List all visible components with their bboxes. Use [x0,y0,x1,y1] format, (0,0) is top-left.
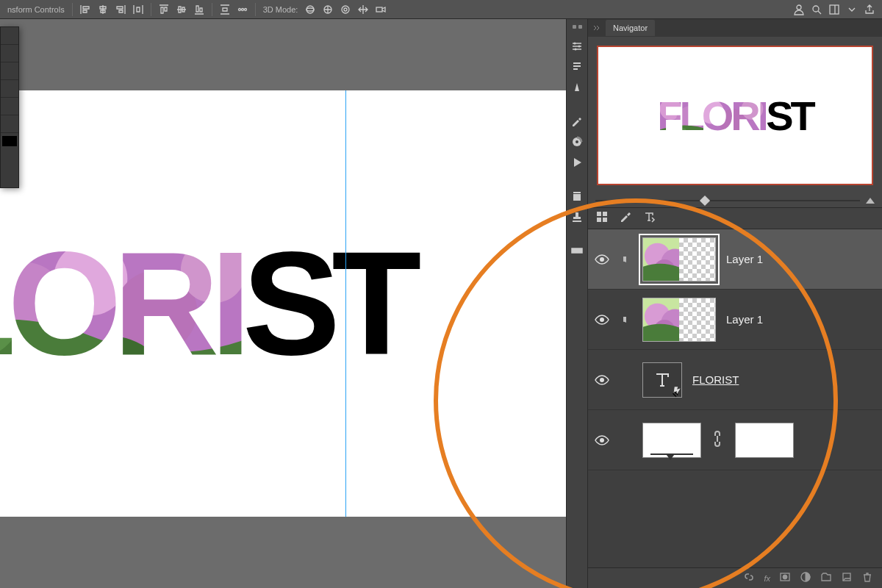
3d-roll-icon[interactable] [337,1,354,18]
navigator-tab[interactable]: Navigator [606,20,655,36]
options-bar: nsform Controls 3D Mode: [0,0,882,19]
zoom-in-icon[interactable] [866,198,875,204]
3d-orbit-icon[interactable] [302,1,318,18]
ruler-icon[interactable] [567,241,587,260]
visibility-icon[interactable] [594,251,610,268]
svg-rect-18 [573,192,581,193]
layout-icon[interactable] [826,1,842,18]
zoom-slider-knob[interactable] [700,196,710,206]
navigator-tab-bar: Navigator [588,19,882,37]
play-icon[interactable] [567,153,587,172]
svg-rect-21 [603,212,607,216]
navigator-thumbnail[interactable]: FLORIST [597,46,873,185]
svg-rect-23 [603,218,607,222]
svg-rect-20 [597,212,601,216]
visibility-icon[interactable] [594,432,610,448]
transform-controls-label: nsform Controls [4,5,68,14]
vertical-guide[interactable] [345,90,346,517]
svg-rect-11 [830,5,839,14]
clip-indicator-icon [620,315,632,325]
layer-mask-thumbnail[interactable] [735,423,794,458]
canvas-area[interactable]: LORIST [0,19,566,588]
svg-point-9 [797,5,801,10]
swatches-icon[interactable] [567,132,587,151]
svg-rect-8 [376,7,382,12]
floating-tool-palette[interactable] [0,26,19,188]
navigator-zoom-bar [588,194,882,207]
svg-rect-22 [597,218,601,222]
group-icon[interactable] [820,571,832,586]
search-icon[interactable] [808,1,825,18]
link-icon[interactable] [711,429,725,451]
character-icon[interactable] [567,78,587,97]
svg-point-7 [344,8,347,11]
layers-toolbar [588,207,882,229]
visibility-icon[interactable] [594,312,610,328]
layer-thumbnail[interactable] [642,298,716,342]
paragraph-icon[interactable] [567,57,587,76]
align-top-icon[interactable] [156,1,172,18]
grid-icon[interactable] [595,210,609,226]
user-icon[interactable] [791,1,807,18]
text-layer-thumbnail[interactable] [642,362,682,398]
new-layer-icon[interactable] [841,571,853,586]
fx-icon[interactable]: fx [764,574,770,583]
svg-point-27 [600,438,604,442]
adjustment-layer-icon[interactable] [800,571,811,586]
stamp-icon[interactable] [567,207,587,226]
distribute-v-icon[interactable] [217,1,233,18]
canvas-text: LORIST [0,230,412,377]
align-middle-v-icon[interactable] [173,1,190,18]
align-center-h-icon[interactable] [95,1,111,18]
svg-point-2 [244,8,246,10]
distribute-h-icon[interactable] [130,1,146,18]
3d-camera-icon[interactable] [373,1,389,18]
chevron-down-icon[interactable] [844,1,860,18]
svg-point-6 [342,6,349,13]
right-panel-column: Navigator FLORIST Layer 1 [588,19,882,588]
document-canvas[interactable]: LORIST [0,90,566,517]
layers-panel: Layer 1 Layer 1 FLORIST [588,229,882,567]
3d-mode-label: 3D Mode: [260,5,301,14]
svg-point-3 [306,6,314,13]
clip-indicator-icon [620,254,632,265]
navigator-panel: FLORIST [588,37,882,194]
svg-point-10 [813,6,819,12]
svg-rect-17 [573,194,581,201]
collapse-icon[interactable] [592,23,603,33]
adjustments-icon[interactable] [567,37,587,56]
layer-row-background[interactable] [588,410,882,470]
3d-pan-icon[interactable] [320,1,336,18]
layer-name[interactable]: Layer 1 [726,313,763,326]
layer-row-text[interactable]: FLORIST [588,350,882,410]
brush-settings-icon[interactable] [567,112,587,131]
align-left-icon[interactable] [77,1,93,18]
svg-point-12 [574,43,576,45]
share-icon[interactable] [861,1,878,18]
text-tool-icon[interactable] [642,210,656,226]
layers-footer: fx [588,567,882,588]
3d-move-icon[interactable] [355,1,371,18]
layer-thumbnail[interactable] [642,237,716,282]
color-swatch[interactable] [2,136,17,146]
visibility-icon[interactable] [594,372,610,388]
align-bottom-icon[interactable] [191,1,207,18]
align-right-icon[interactable] [112,1,129,18]
svg-point-29 [783,575,787,579]
svg-point-16 [576,140,578,143]
smart-object-thumbnail[interactable] [642,423,701,458]
layer-name[interactable]: Layer 1 [726,253,763,265]
panel-grip-icon[interactable] [567,25,587,32]
zoom-slider[interactable] [595,200,860,201]
trash-icon[interactable] [861,571,873,586]
svg-point-0 [238,8,240,10]
text-layer-name[interactable]: FLORIST [692,373,739,386]
mask-icon[interactable] [779,571,791,586]
link-layers-icon[interactable] [743,571,755,586]
layer-row[interactable]: Layer 1 [588,290,882,350]
more-options-icon[interactable] [234,1,251,18]
history-icon[interactable] [567,187,587,206]
svg-point-26 [600,378,604,382]
layer-row[interactable]: Layer 1 [588,229,882,290]
brush-icon[interactable] [619,210,632,226]
